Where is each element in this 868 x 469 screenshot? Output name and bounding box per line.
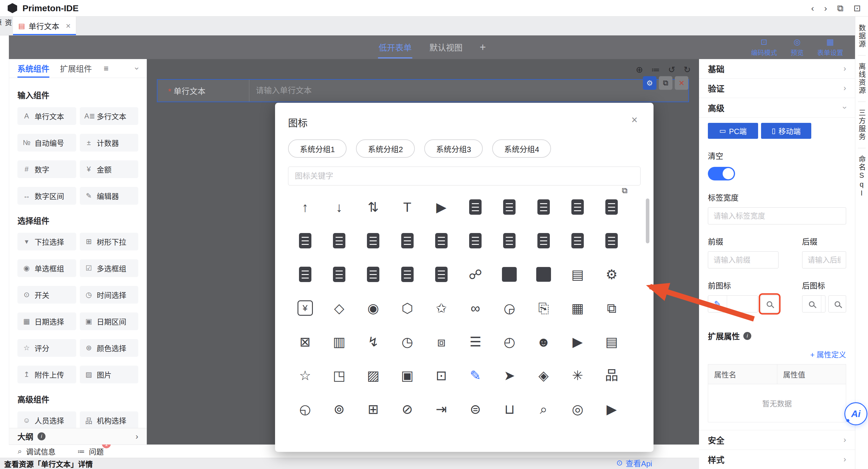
outline-tree-icon[interactable]: ≔: [651, 66, 660, 74]
hexagon-layers-icon[interactable]: ⬡: [399, 300, 416, 317]
play-circle-icon[interactable]: ▶: [569, 333, 586, 350]
file-paper-icon[interactable]: ▤: [603, 333, 620, 350]
screenshot-icon[interactable]: ◳: [331, 367, 348, 384]
file-copy-icon[interactable]: [603, 198, 620, 216]
calendar-icon[interactable]: ▦: [569, 300, 586, 317]
file-close-icon[interactable]: ⊠: [297, 333, 314, 350]
file-doc-icon[interactable]: [501, 198, 518, 216]
file-text-icon[interactable]: [535, 198, 552, 216]
component-person-select[interactable]: ☺ 人员选择: [18, 411, 76, 428]
web-icon[interactable]: ⊕: [636, 66, 643, 74]
yen-square-icon[interactable]: ¥: [297, 300, 314, 317]
outline-bar[interactable]: 大纲 i ›: [9, 428, 147, 444]
label-width-input[interactable]: [708, 207, 846, 224]
front-icon-value[interactable]: ✎: [708, 295, 758, 312]
arrow-up-icon[interactable]: ↑: [297, 198, 314, 216]
front-icon-search-button[interactable]: [761, 295, 778, 312]
file-book-icon[interactable]: [365, 232, 382, 249]
device-mobile-button[interactable]: ▯ 移动端: [761, 123, 811, 139]
file-code-icon[interactable]: [569, 198, 586, 216]
file-list-icon[interactable]: [297, 232, 314, 249]
file-text2-icon[interactable]: [365, 266, 382, 283]
clock-icon[interactable]: ◴: [501, 333, 518, 350]
screen-cast-icon[interactable]: ⧈: [433, 333, 450, 350]
file-clock-icon[interactable]: ◷: [399, 333, 416, 350]
file-video-icon[interactable]: [467, 198, 484, 216]
star-icon[interactable]: ☆: [297, 367, 314, 384]
monitor-gear-icon[interactable]: ⚙: [603, 266, 620, 283]
section-style[interactable]: 样式 ›: [699, 449, 855, 469]
document-outline-icon[interactable]: ▤: [569, 266, 586, 283]
designer-tab-1[interactable]: 默认视图: [429, 41, 463, 53]
package-pin-icon[interactable]: ▣: [399, 367, 416, 384]
close-icon[interactable]: ×: [631, 115, 638, 125]
book-open-icon[interactable]: ⊔: [501, 401, 518, 417]
icon-group-tab-2[interactable]: 系统分组2: [356, 139, 414, 158]
device-pc-button[interactable]: ▭ PC端: [708, 123, 758, 139]
rail-item-2[interactable]: 三方服务: [857, 104, 867, 146]
file-report-icon[interactable]: [433, 232, 450, 249]
new-window-icon[interactable]: ⧉: [622, 186, 627, 195]
modal-scrollbar[interactable]: [646, 198, 649, 243]
bookmark-add-icon[interactable]: ⊞: [365, 401, 382, 417]
section-validation[interactable]: 验证 ›: [699, 79, 855, 98]
external-link-icon[interactable]: ⧉: [837, 4, 843, 13]
speed-icon[interactable]: ↯: [365, 333, 382, 350]
sort-icon[interactable]: ⇅: [365, 198, 382, 216]
component-image[interactable]: ▨ 图片: [80, 366, 138, 383]
arrow-down-icon[interactable]: ↓: [331, 198, 348, 216]
component-checkbox-group[interactable]: ☑ 多选框组: [80, 259, 138, 277]
component-switch[interactable]: ⊙ 开关: [18, 286, 76, 304]
file-tag-icon[interactable]: [331, 232, 348, 249]
org-chart-icon[interactable]: 品: [603, 367, 620, 384]
file-doc2-icon[interactable]: [467, 232, 484, 249]
component-number[interactable]: # 数字: [18, 160, 76, 178]
component-text-multi[interactable]: A≣ 多行文本: [80, 107, 138, 125]
field-delete-button[interactable]: ✕: [675, 76, 688, 90]
picture-icon[interactable]: ▨: [365, 367, 382, 384]
gauge-icon[interactable]: ◶: [501, 300, 518, 317]
clear-toggle[interactable]: [708, 167, 735, 181]
rail-item-0[interactable]: 数据源: [857, 20, 867, 53]
back-icon[interactable]: ‹: [811, 4, 814, 13]
component-editor[interactable]: ✎ 编辑器: [80, 187, 138, 205]
file-badge-icon[interactable]: [603, 232, 620, 249]
sliders-icon[interactable]: ☰: [467, 333, 484, 350]
solid-square-icon[interactable]: [501, 266, 518, 283]
rail-item-3[interactable]: 命名Sql: [857, 151, 867, 202]
search-icon[interactable]: ⌕: [535, 401, 552, 417]
file-chart-icon[interactable]: [433, 266, 450, 283]
form-settings-button[interactable]: ▦ 表单设置: [817, 38, 843, 57]
icon-group-tab-3[interactable]: 系统分组3: [424, 139, 483, 158]
clipboard-icon[interactable]: ▥: [331, 333, 348, 350]
single-line-text-field[interactable]: *单行文本: [157, 79, 689, 102]
component-radio-group[interactable]: ◉ 单选框组: [18, 259, 76, 277]
file-pdf-icon[interactable]: [501, 232, 518, 249]
forward-icon[interactable]: ›: [824, 4, 827, 13]
podcast-icon[interactable]: ⊚: [331, 401, 348, 417]
component-number-range[interactable]: ↔ 数字区间: [18, 187, 76, 205]
file-key-icon[interactable]: [297, 266, 314, 283]
badge-star-icon[interactable]: ✳: [569, 367, 586, 384]
back-icon-search-button[interactable]: [829, 295, 846, 312]
component-auto-number[interactable]: № 自动编号: [18, 134, 76, 152]
send-icon[interactable]: ➤: [501, 367, 518, 384]
menu-icon[interactable]: ≡: [104, 64, 108, 73]
file-note-icon[interactable]: [569, 232, 586, 249]
component-color-picker[interactable]: ⊛ 颜色选择: [80, 339, 138, 357]
suffix-input[interactable]: [802, 251, 846, 269]
photo-circle-icon[interactable]: ◉: [365, 300, 382, 317]
team-icon[interactable]: ☻: [535, 333, 552, 350]
person-edit-icon[interactable]: ✎: [467, 367, 484, 384]
add-view-button[interactable]: +: [480, 41, 486, 54]
component-tree-dropdown[interactable]: ⊞ 树形下拉: [80, 233, 138, 250]
component-dropdown[interactable]: ▾ 下拉选择: [18, 233, 76, 250]
folder-copy-icon[interactable]: ⎘: [535, 300, 552, 317]
logout-icon[interactable]: ⇥: [433, 401, 450, 417]
shield-pin-icon[interactable]: ◈: [535, 367, 552, 384]
preview-button[interactable]: ◎ 预览: [790, 38, 804, 57]
forbidden-icon[interactable]: ⊘: [399, 401, 416, 417]
unlink-icon[interactable]: ☍: [467, 266, 484, 283]
prefix-input[interactable]: [708, 251, 778, 269]
tab-extension-components[interactable]: 扩展组件: [60, 59, 92, 78]
